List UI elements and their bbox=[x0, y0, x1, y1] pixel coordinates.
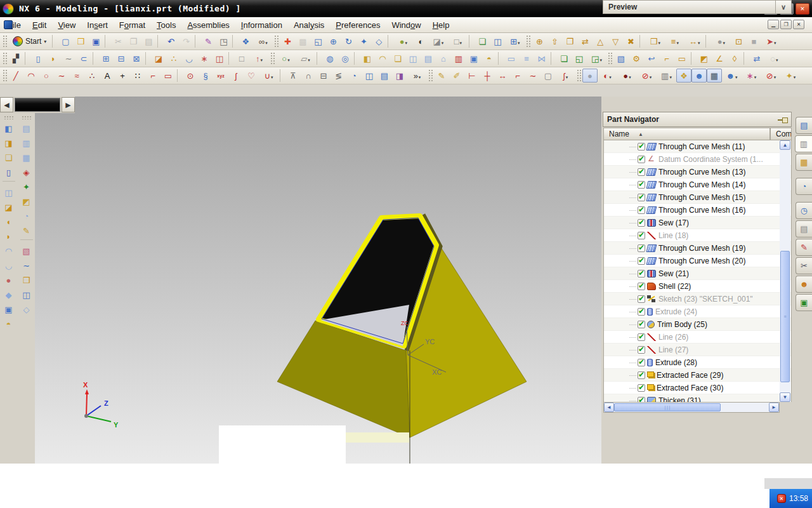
child-close-button[interactable]: ✕ bbox=[793, 20, 804, 29]
offset-surface-icon[interactable]: ◧ bbox=[1, 121, 16, 136]
helix-icon[interactable]: § bbox=[198, 69, 213, 83]
pan-view-icon[interactable]: ✦ bbox=[356, 34, 371, 48]
points-icon[interactable]: ∷ bbox=[130, 69, 145, 83]
feature-checkbox-icon[interactable] bbox=[638, 181, 645, 189]
studio-surface-icon[interactable]: ▯ bbox=[1, 165, 16, 180]
xyz-curve-icon[interactable]: xyz bbox=[213, 69, 228, 83]
toolbar-grip[interactable] bbox=[3, 35, 7, 48]
column-header-name[interactable]: Name ▲ bbox=[603, 128, 770, 140]
feature-checkbox-icon[interactable] bbox=[638, 206, 645, 214]
feature-through-curve-mesh-20[interactable]: Through Curve Mesh (20) bbox=[604, 255, 791, 267]
mirror-curve-icon[interactable]: ◨ bbox=[392, 69, 407, 83]
fillet-icon[interactable]: ⌐ bbox=[145, 69, 160, 83]
feature-checkbox-icon[interactable] bbox=[638, 321, 645, 328]
wrap-curve-icon[interactable]: ◫ bbox=[362, 69, 377, 83]
silhouette-icon[interactable]: ◗ bbox=[1, 229, 16, 244]
n-sided-surface-icon[interactable]: ⌂ bbox=[436, 51, 451, 65]
highlight-icon[interactable]: ❖ bbox=[676, 69, 691, 83]
component-group-icon[interactable]: ❒ bbox=[645, 34, 665, 48]
scroll-right-icon[interactable]: ► bbox=[769, 403, 779, 412]
feature-checkbox-icon[interactable] bbox=[638, 232, 645, 239]
sweep-icon[interactable]: ∼ bbox=[61, 51, 76, 65]
interpart-icon[interactable]: ● bbox=[711, 34, 731, 48]
trim-curve-icon[interactable]: ⊢ bbox=[464, 69, 480, 83]
spline-icon[interactable]: ∼ bbox=[54, 69, 69, 83]
line-icon[interactable]: ╱ bbox=[8, 69, 23, 83]
bridge-surface-icon[interactable]: ❏ bbox=[1, 150, 16, 165]
fit-view-icon[interactable]: ✚ bbox=[280, 34, 295, 48]
zoom-disabled-icon[interactable]: ▩ bbox=[295, 34, 310, 48]
scrollbar-thumb[interactable]: ∣∣∣ bbox=[614, 403, 721, 411]
scroll-down-icon[interactable]: ▼ bbox=[780, 392, 790, 402]
layout-green-icon[interactable]: ❏ bbox=[475, 34, 490, 48]
extension-icon[interactable]: ◠ bbox=[1, 244, 16, 258]
ball-rendering-icon[interactable]: ● bbox=[582, 69, 598, 83]
body-icon[interactable]: ▣ bbox=[1, 302, 16, 317]
menu-window[interactable]: Window bbox=[386, 18, 426, 32]
pattern-component-icon[interactable]: ▽ bbox=[608, 34, 623, 48]
curve-mesh-icon[interactable]: ▥ bbox=[19, 136, 34, 150]
sketch-in-task-icon[interactable]: ○ bbox=[276, 51, 296, 65]
sphere-icon[interactable]: ◍ bbox=[322, 51, 337, 65]
wireframe-style-icon[interactable]: ◐ bbox=[413, 34, 428, 48]
combined-projection-icon[interactable]: ▤ bbox=[377, 69, 392, 83]
column-header-comment[interactable]: Comr bbox=[770, 128, 792, 140]
stretch-curve-icon[interactable]: ↔ bbox=[495, 69, 510, 83]
datum-axis-icon[interactable]: ↑ bbox=[249, 51, 269, 65]
tube-icon[interactable]: ⊂ bbox=[76, 51, 91, 65]
feature-through-curve-mesh-15[interactable]: Through Curve Mesh (15) bbox=[604, 191, 791, 204]
feature-checkbox-icon[interactable] bbox=[638, 333, 645, 341]
toolbar-grip[interactable] bbox=[22, 116, 32, 119]
edit-spline-icon[interactable]: ✐ bbox=[449, 69, 464, 83]
dock-handle[interactable] bbox=[15, 98, 60, 112]
system-materials-tab[interactable]: ▤ bbox=[796, 220, 812, 237]
datum-csys-icon[interactable]: ▱ bbox=[296, 51, 315, 65]
feature-checkbox-icon[interactable] bbox=[638, 397, 645, 403]
feature-through-curve-mesh-19[interactable]: Through Curve Mesh (19) bbox=[604, 242, 791, 255]
extract-face-icon[interactable]: ❏ bbox=[556, 51, 572, 65]
feature-through-curve-mesh-13[interactable]: Through Curve Mesh (13) bbox=[604, 166, 791, 178]
grid-surface-icon[interactable]: ▦ bbox=[19, 150, 34, 165]
shaded-style-icon[interactable]: ● bbox=[393, 34, 413, 48]
patch-icon[interactable]: ▣ bbox=[466, 51, 481, 65]
horizontal-scrollbar[interactable]: ◄ ∣∣∣ ► bbox=[603, 402, 780, 413]
palette-tab[interactable]: ✎ bbox=[796, 239, 812, 256]
zoom-box-icon[interactable]: ◱ bbox=[310, 34, 325, 48]
delete-face-icon[interactable]: ◲ bbox=[587, 51, 606, 65]
find-icon[interactable]: ∞ bbox=[253, 34, 273, 48]
feature-checkbox-icon[interactable] bbox=[638, 244, 645, 252]
law-extension-icon[interactable]: ◡ bbox=[1, 258, 16, 273]
zoom-in-out-icon[interactable]: ⊕ bbox=[325, 34, 341, 48]
feature-trim-body-25[interactable]: Trim Body (25) bbox=[604, 318, 791, 331]
edit-object-display-icon[interactable]: ✎ bbox=[200, 34, 216, 48]
swoop-icon[interactable]: ◇ bbox=[19, 302, 34, 317]
cylinder-icon[interactable]: ◎ bbox=[337, 51, 353, 65]
feature-checkbox-icon[interactable] bbox=[638, 359, 645, 366]
move-component-icon[interactable]: ⇧ bbox=[547, 34, 562, 48]
resize-face-icon[interactable]: ◌ bbox=[764, 51, 784, 65]
visualization-tab[interactable]: ▣ bbox=[796, 294, 812, 311]
point-set-icon[interactable]: ∴ bbox=[84, 69, 100, 83]
ruled-surface-icon[interactable]: ◨ bbox=[1, 136, 16, 150]
feature-checkbox-icon[interactable] bbox=[638, 257, 645, 265]
background-icon[interactable]: □ bbox=[448, 34, 468, 48]
dome-tool-icon[interactable]: ◓ bbox=[1, 317, 16, 331]
chevron-down-icon[interactable] bbox=[775, 1, 791, 13]
draft-tool-icon[interactable]: ✎ bbox=[19, 224, 34, 238]
subtract-icon[interactable]: ⊟ bbox=[114, 51, 129, 65]
wave-linker-icon[interactable]: ▧ bbox=[613, 51, 629, 65]
dome-icon[interactable]: ◓ bbox=[481, 51, 497, 65]
vertical-scrollbar[interactable]: ▲ ≡ ▼ bbox=[780, 140, 790, 402]
menu-help[interactable]: Help bbox=[427, 18, 455, 32]
add-component-icon[interactable]: ⊕ bbox=[532, 34, 547, 48]
template-curve-icon[interactable]: ▢ bbox=[540, 69, 556, 83]
web-browser-tab[interactable]: ◔ bbox=[796, 178, 812, 195]
start-menu-button[interactable]: Start bbox=[8, 36, 51, 47]
edit-curve-icon[interactable]: ✎ bbox=[434, 69, 449, 83]
edge-blend-icon[interactable]: ◡ bbox=[181, 51, 197, 65]
feature-datum-csys-12[interactable]: Datum Coordinate System (1... bbox=[604, 153, 791, 166]
paste-icon[interactable]: ▤ bbox=[141, 34, 156, 48]
feature-extrude-24[interactable]: Extrude (24) bbox=[604, 305, 791, 318]
background-gradient-icon[interactable]: ▥ bbox=[657, 69, 676, 83]
feature-checkbox-icon[interactable] bbox=[638, 384, 645, 392]
